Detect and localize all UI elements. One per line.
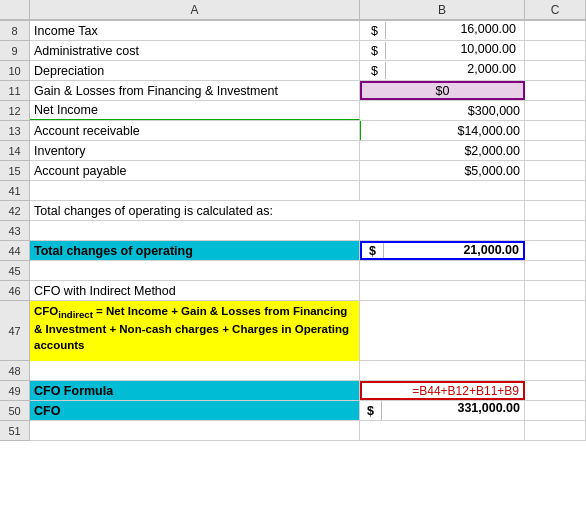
amount-10: 2,000.00 [386,62,520,79]
cell-11-c [525,81,586,100]
amount-8: 16,000.00 [386,22,520,39]
col-header-a: A [30,0,360,20]
row-num-11: 11 [0,81,30,101]
cell-48-a [30,361,360,380]
amount-44: 21,000.00 [384,243,523,258]
cell-41-b [360,181,525,200]
dollar-sign-9: $ [364,42,386,59]
table-row[interactable]: Total changes of operating $ 21,000.00 [30,241,586,261]
row-num-45: 45 [0,261,30,281]
row-num-49: 49 [0,381,30,401]
cell-12-a: Net Income [30,101,360,120]
dollar-sign-8: $ [364,22,386,39]
cell-43-c [525,221,586,240]
cell-50-a: CFO [30,401,360,420]
cell-42-a: Total changes of operating is calculated… [30,201,525,220]
row-num-14: 14 [0,141,30,161]
cell-12-b: $300,000 [360,101,525,120]
table-row[interactable]: Gain & Losses from Financing & Investmen… [30,81,586,101]
col-header-c: C [525,0,586,20]
cell-49-a: CFO Formula [30,381,360,400]
row-num-9: 9 [0,41,30,61]
row-num-46: 46 [0,281,30,301]
cell-9-a: Administrative cost [30,41,360,60]
cell-45-c [525,261,586,280]
row-num-13: 13 [0,121,30,141]
table-row[interactable]: Inventory $2,000.00 [30,141,586,161]
table-row[interactable]: Income Tax $ 16,000.00 [30,21,586,41]
row-num-41: 41 [0,181,30,201]
cell-50-c [525,401,586,420]
table-row [30,361,586,381]
cell-13-a: Account receivable [30,121,360,140]
cell-15-b: $5,000.00 [360,161,525,180]
cell-49-b: =B44+B12+B11+B9 [360,381,525,400]
table-row [30,421,586,441]
cell-13-c [525,121,586,140]
table-row[interactable]: Account payable $5,000.00 [30,161,586,181]
cell-43-a [30,221,360,240]
cell-8-c [525,21,586,40]
cell-8-a: Income Tax [30,21,360,40]
table-row [30,221,586,241]
row-num-51: 51 [0,421,30,441]
cell-46-a: CFO with Indirect Method [30,281,360,300]
table-row[interactable]: Net Income $300,000 [30,101,586,121]
row-numbers: 8 9 10 11 12 13 14 15 41 42 43 44 45 46 … [0,21,30,511]
cell-8-b: $ 16,000.00 [360,21,525,40]
spreadsheet: A B C 8 9 10 11 12 13 14 15 41 42 43 44 … [0,0,586,511]
cell-14-a: Inventory [30,141,360,160]
row-num-48: 48 [0,361,30,381]
cell-11-b: $0 [360,81,525,100]
cell-46-b [360,281,525,300]
amount-9: 10,000.00 [386,42,520,59]
row-num-15: 15 [0,161,30,181]
cell-41-c [525,181,586,200]
row-num-42: 42 [0,201,30,221]
table-row[interactable]: Account receivable $14,000.00 [30,121,586,141]
subscript-indirect: indirect [58,309,93,320]
cell-50-b: $ 331,000.00 [360,401,525,420]
cell-44-b: $ 21,000.00 [360,241,525,260]
cell-44-a: Total changes of operating [30,241,360,260]
cell-43-b [360,221,525,240]
column-headers: A B C [0,0,586,21]
table-row[interactable]: CFO Formula =B44+B12+B11+B9 [30,381,586,401]
cell-9-b: $ 10,000.00 [360,41,525,60]
row-num-8: 8 [0,21,30,41]
row-num-44: 44 [0,241,30,261]
table-row[interactable]: CFO $ 331,000.00 [30,401,586,421]
table-row[interactable]: Administrative cost $ 10,000.00 [30,41,586,61]
grid-body: 8 9 10 11 12 13 14 15 41 42 43 44 45 46 … [0,21,586,511]
row-num-10: 10 [0,61,30,81]
cell-51-b [360,421,525,440]
cell-41-a [30,181,360,200]
table-row: CFOindirect = Net Income + Gain & Losses… [30,301,586,361]
cell-10-b: $ 2,000.00 [360,61,525,80]
table-row[interactable]: Depreciation $ 2,000.00 [30,61,586,81]
row-num-50: 50 [0,401,30,421]
table-row [30,181,586,201]
cell-42-c [525,201,586,220]
row-num-12: 12 [0,101,30,121]
cell-45-a [30,261,360,280]
cell-47-c [525,301,586,361]
cell-9-c [525,41,586,60]
cell-13-b: $14,000.00 [360,121,525,140]
table-row [30,261,586,281]
cell-14-c [525,141,586,160]
cell-47-a: CFOindirect = Net Income + Gain & Losses… [30,301,360,361]
amount-50: 331,000.00 [382,401,524,420]
table-row: Total changes of operating is calculated… [30,201,586,221]
cell-15-a: Account payable [30,161,360,180]
cell-45-b [360,261,525,280]
cell-14-b: $2,000.00 [360,141,525,160]
dollar-sign-50: $ [360,401,382,420]
cell-48-c [525,361,586,380]
row-num-47: 47 [0,301,30,361]
cell-51-a [30,421,360,440]
grid-content: Income Tax $ 16,000.00 Administrative co… [30,21,586,511]
corner-cell [0,0,30,20]
cell-47-b [360,301,525,361]
cell-11-a: Gain & Losses from Financing & Investmen… [30,81,360,100]
